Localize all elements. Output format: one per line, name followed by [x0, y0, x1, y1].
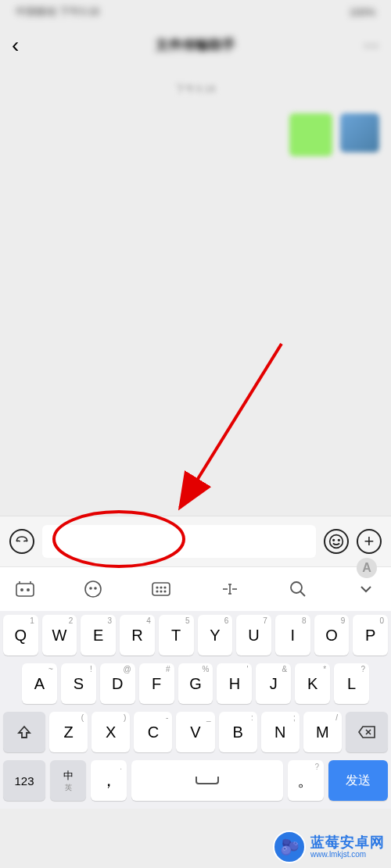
- svg-point-10: [90, 588, 91, 589]
- key-o[interactable]: O9: [314, 615, 350, 655]
- keyboard-row-3: Z(X)C-V_B:N;M/: [3, 712, 388, 752]
- watermark-logo: 🫐: [273, 830, 306, 863]
- number-mode-key[interactable]: 123: [3, 760, 45, 801]
- du-icon[interactable]: [14, 578, 36, 600]
- send-key[interactable]: 发送: [328, 760, 388, 801]
- message-bubble[interactable]: [289, 113, 332, 156]
- plus-icon: +: [364, 531, 375, 552]
- svg-point-18: [165, 591, 167, 592]
- key-h[interactable]: H': [217, 663, 252, 704]
- input-bar: +: [0, 516, 391, 566]
- svg-rect-6: [16, 584, 34, 596]
- key-q[interactable]: Q1: [3, 615, 38, 655]
- key-w[interactable]: W2: [42, 615, 77, 655]
- key-b[interactable]: B:: [219, 712, 257, 752]
- key-d[interactable]: D@: [100, 663, 135, 704]
- key-u[interactable]: U7: [236, 615, 271, 655]
- space-icon: [196, 777, 219, 784]
- keyboard-toolbar: A: [0, 567, 391, 611]
- status-bar: 中国移动 下午3:16 100%: [0, 0, 391, 23]
- emoji-keyboard-icon[interactable]: [82, 578, 104, 600]
- comma-key[interactable]: ， .: [91, 760, 127, 801]
- watermark: 🫐 蓝莓安卓网 www.lmkjst.com: [273, 830, 385, 863]
- lang-sub: 英: [65, 783, 72, 793]
- svg-point-8: [27, 589, 29, 591]
- key-k[interactable]: K*: [295, 663, 330, 704]
- chat-message: [289, 113, 379, 156]
- svg-point-3: [330, 535, 343, 548]
- svg-point-16: [157, 591, 159, 592]
- svg-point-5: [339, 540, 340, 541]
- key-g[interactable]: G%: [178, 663, 213, 704]
- language-key[interactable]: 中 英: [50, 760, 86, 801]
- lang-main: 中: [63, 769, 74, 783]
- svg-point-14: [161, 587, 163, 588]
- key-f[interactable]: F#: [139, 663, 174, 704]
- voice-input-button[interactable]: [9, 529, 34, 554]
- watermark-title: 蓝莓安卓网: [310, 835, 385, 851]
- svg-point-7: [21, 589, 23, 591]
- keyboard-bottom-row: 123 中 英 ， . 。 ? 发送: [3, 760, 388, 805]
- key-c[interactable]: C-: [134, 712, 172, 752]
- menu-button[interactable]: ···: [364, 36, 379, 54]
- svg-point-15: [165, 587, 167, 588]
- key-z[interactable]: Z(: [49, 712, 88, 752]
- svg-point-4: [333, 540, 335, 541]
- key-l[interactable]: L?: [334, 663, 369, 704]
- key-y[interactable]: Y6: [198, 615, 233, 655]
- shift-key[interactable]: [3, 712, 45, 752]
- chat-date: 下午3:16: [12, 82, 379, 96]
- message-input[interactable]: [42, 525, 316, 558]
- period-key[interactable]: 。 ?: [288, 760, 324, 801]
- key-p[interactable]: P0: [353, 615, 388, 655]
- nav-bar: ‹ 文件传输助手 ···: [0, 23, 391, 66]
- emoji-button[interactable]: [324, 529, 349, 554]
- keyboard-rows: Q1W2E3R4T5Y6U7I8O9P0 A~S!D@F#G%H'J&K*L? …: [0, 611, 391, 809]
- keyboard-switch-icon[interactable]: [150, 578, 172, 600]
- avatar[interactable]: [340, 113, 379, 152]
- key-r[interactable]: R4: [120, 615, 155, 655]
- assistant-icon[interactable]: A: [357, 558, 377, 578]
- watermark-url: www.lmkjst.com: [310, 850, 385, 859]
- key-x[interactable]: X): [91, 712, 130, 752]
- back-button[interactable]: ‹: [12, 33, 19, 58]
- chat-title: 文件传输助手: [156, 36, 235, 54]
- svg-rect-12: [152, 583, 170, 595]
- key-i[interactable]: I8: [275, 615, 310, 655]
- delete-key[interactable]: [346, 712, 388, 752]
- keyboard-row-2: A~S!D@F#G%H'J&K*L?: [3, 663, 388, 704]
- key-e[interactable]: E3: [81, 615, 116, 655]
- chat-area[interactable]: 下午3:16: [0, 66, 391, 516]
- keyboard-collapse-icon[interactable]: [355, 578, 377, 600]
- status-left: 中国移动 下午3:16: [16, 5, 99, 19]
- status-right: 100%: [350, 6, 375, 18]
- svg-point-17: [161, 591, 163, 592]
- key-a[interactable]: A~: [22, 663, 57, 704]
- search-keyboard-icon[interactable]: [287, 578, 309, 600]
- space-key[interactable]: [131, 760, 283, 801]
- key-n[interactable]: N;: [261, 712, 300, 752]
- key-j[interactable]: J&: [256, 663, 291, 704]
- svg-point-13: [157, 587, 159, 588]
- key-t[interactable]: T5: [159, 615, 194, 655]
- key-v[interactable]: V_: [176, 712, 214, 752]
- keyboard-row-1: Q1W2E3R4T5Y6U7I8O9P0: [3, 615, 388, 655]
- keyboard: A: [0, 566, 391, 809]
- key-s[interactable]: S!: [61, 663, 96, 704]
- cursor-mode-icon[interactable]: [219, 578, 241, 600]
- plus-button[interactable]: +: [357, 529, 382, 554]
- svg-point-9: [85, 581, 101, 597]
- svg-point-19: [291, 582, 302, 593]
- svg-point-11: [95, 588, 96, 589]
- key-m[interactable]: M/: [303, 712, 342, 752]
